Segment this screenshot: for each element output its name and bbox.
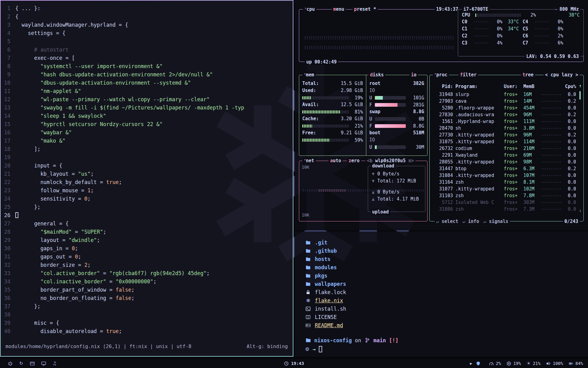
editor-line[interactable]: 2{ xyxy=(1,13,293,21)
proc-row[interactable]: 27903cavafros+14M0.2 xyxy=(433,98,576,105)
editor-line[interactable]: 10 "dbus-update-activation-environment -… xyxy=(1,79,293,87)
proc-row[interactable]: 31103zshfros+7.8M0.0 xyxy=(433,192,576,199)
wb-volume-module[interactable]: 100% xyxy=(546,361,563,366)
editor-line[interactable]: 16 "waybar &" xyxy=(1,128,293,137)
editor-line[interactable]: 15 "hyprctl setcursor Nordzy-cursors 22 … xyxy=(1,120,293,128)
editor-line[interactable]: 24 sensitivity = 0; xyxy=(1,195,293,203)
proc-filter-button[interactable]: filter xyxy=(458,72,478,78)
proc-row[interactable]: 31164zshfros+8.1M0.0 xyxy=(433,179,576,186)
editor-line[interactable]: 31 gaps_out = 0; xyxy=(1,253,293,261)
proc-box-title[interactable]: ⁴proc xyxy=(433,72,449,78)
proc-row[interactable]: 27730.kitty-wrappedfros+96M0.2 xyxy=(433,132,576,138)
editor-line[interactable]: 33 "col.active_border" = "rgb(cba6f7) rg… xyxy=(1,269,293,278)
proc-header-pid[interactable]: Pid: xyxy=(433,83,453,90)
shell-input-line[interactable]: ⚙ → xyxy=(305,345,588,353)
proc-select-action[interactable]: ↵ select xyxy=(436,218,458,224)
proc-tree-button[interactable]: tree xyxy=(521,72,535,78)
proc-row[interactable]: 28055.kitty-wrappedfros+98M0.0 xyxy=(433,159,576,165)
proc-row[interactable]: 26732codiumfros+210M0.0 xyxy=(433,145,576,152)
editor-line[interactable]: 11 "nm-applet &" xyxy=(1,87,293,95)
net-next-iface-button[interactable]: n> xyxy=(408,158,414,163)
editor-line[interactable]: 25 }; xyxy=(1,203,293,211)
tray-shield-icon[interactable] xyxy=(476,361,481,366)
wb-window-icon[interactable] xyxy=(30,361,35,366)
editor-code-area[interactable]: 1{ ... }:2{3 wayland.windowManager.hyprl… xyxy=(1,1,293,335)
proc-row[interactable]: 5280.floorp-wrappefros+454M0.0 xyxy=(433,105,576,111)
editor-line[interactable]: 12 "wl-paste --primary --watch wl-copy -… xyxy=(1,95,293,104)
proc-row[interactable]: 27830.audacious-wrafros+96M0.2 xyxy=(433,111,576,118)
editor-line[interactable]: 29 layout = "dwindle"; xyxy=(1,236,293,244)
editor-line[interactable]: 36 no_border_on_floating = false; xyxy=(1,294,293,302)
editor-line[interactable]: 9 "hash dbus-update-activation-environme… xyxy=(1,71,293,79)
proc-row[interactable]: 31075.kitty-wrappedfros+114M0.0 xyxy=(433,138,576,145)
editor-line[interactable]: 20 input = { xyxy=(1,162,293,170)
editor-line-text: sensitivity = 0; xyxy=(15,195,91,203)
proc-signals-action[interactable]: ↵ signals xyxy=(483,218,508,224)
wb-display-icon[interactable] xyxy=(41,361,46,366)
editor-line[interactable]: 35 border_part_of_window = false; xyxy=(1,286,293,294)
editor-line[interactable]: 4 settings = { xyxy=(1,29,293,37)
proc-scrollbar-thumb[interactable] xyxy=(579,91,581,100)
editor-line[interactable]: 1{ ... }: xyxy=(1,4,293,13)
editor-line[interactable]: 26 xyxy=(1,211,293,220)
wb-power-icon[interactable] xyxy=(8,361,13,366)
editor-line[interactable]: 8 "systemctl --user import-environment &… xyxy=(1,62,293,71)
net-box-title[interactable]: ³net xyxy=(302,158,316,164)
editor-line[interactable]: 34 "col.inactive_border" = "0x00000000"; xyxy=(1,278,293,286)
terminal-window[interactable]: .git.githubhostsmodulespkgswallpapersfla… xyxy=(295,232,588,357)
editor-line[interactable]: 40 disable_autoreload = true; xyxy=(1,327,293,335)
editor-line[interactable]: 19 xyxy=(1,153,293,162)
net-zero-button[interactable]: zero xyxy=(347,158,361,164)
proc-row[interactable]: 28470shfros+3.8M0.0 xyxy=(433,125,576,132)
clock-module[interactable]: 19:43 xyxy=(284,361,304,366)
editor-line[interactable]: 7 exec-once = [ xyxy=(1,54,293,62)
proc-scroll-up-arrow[interactable]: ↑ xyxy=(579,83,582,89)
editor-line[interactable]: 18 ]; xyxy=(1,145,293,153)
mem-meter-row: 81% xyxy=(302,108,363,115)
proc-header-program[interactable]: Program: xyxy=(455,83,501,90)
wb-brightness-module[interactable]: ☀21% xyxy=(526,361,541,366)
editor-line[interactable]: 17 "mako &" xyxy=(1,137,293,145)
proc-row[interactable]: 31084.kitty-wrappedfros+107M0.0 xyxy=(433,172,576,179)
proc-scroll-down-arrow[interactable]: ↓ xyxy=(579,208,582,213)
preset-button[interactable]: preset * xyxy=(352,6,378,12)
editor-line[interactable]: 32 border_size = 2; xyxy=(1,261,293,269)
cpu-box-title[interactable]: ¹cpu xyxy=(303,6,316,12)
wb-battery-module[interactable]: 84% xyxy=(569,361,583,366)
proc-header-cpu[interactable]: Cpu% xyxy=(564,83,576,90)
menu-button[interactable]: menu xyxy=(332,6,346,12)
editor-line[interactable]: 21 kb_layout = "us"; xyxy=(1,170,293,178)
editor-line[interactable]: 23 follow_mouse = 1; xyxy=(1,186,293,195)
proc-row[interactable]: 2291Xwaylandfros+69M0.0 xyxy=(433,152,576,159)
proc-header-mem[interactable]: MemB xyxy=(523,83,539,90)
proc-row[interactable]: 31948slurpfros+16M0.0 xyxy=(433,91,576,98)
editor-line[interactable]: 27 general = { xyxy=(1,220,293,228)
proc-cell: .floorp-wrappe xyxy=(455,105,501,111)
editor-line[interactable]: 22 numlock_by_default = true; xyxy=(1,178,293,186)
proc-row[interactable]: 31077.kitty-wrappedfros+102M0.0 xyxy=(433,186,576,192)
proc-row[interactable]: 31086zshfros+7.3M0.0 xyxy=(433,206,576,213)
editor-line[interactable]: 37 }; xyxy=(1,302,293,311)
editor-line[interactable]: 6 # autostart xyxy=(1,46,293,54)
proc-sort-selector[interactable]: < cpu lazy > xyxy=(544,72,580,78)
net-auto-button[interactable]: auto xyxy=(329,158,343,164)
wb-music-icon[interactable]: ♫ xyxy=(53,361,57,366)
editor-line[interactable]: 38 xyxy=(1,311,293,319)
proc-table-header[interactable]: Pid: Program: User: MemB Cpu% xyxy=(433,83,576,90)
wb-refresh-icon[interactable]: ↻ xyxy=(19,361,23,366)
editor-line[interactable]: 13 "swaybg -m fill -i $(find ~/Pictures/… xyxy=(1,104,293,112)
editor-line[interactable]: 14 "sleep 1 && swaylock" xyxy=(1,112,293,120)
proc-header-user[interactable]: User: xyxy=(504,83,521,90)
proc-info-action[interactable]: ↵ info xyxy=(462,218,479,224)
tray-expand-icon[interactable]: ▸ xyxy=(470,361,473,366)
proc-row[interactable]: 5712Isolated Web Cfros+303M0.0 xyxy=(433,199,576,206)
proc-row[interactable]: 1561.Hyprland-wrapfros+111M0.0 xyxy=(433,118,576,125)
wb-memory-module[interactable]: 19% xyxy=(507,361,521,366)
editor-line[interactable]: 5 xyxy=(1,37,293,46)
wb-gauge-module[interactable]: 2% xyxy=(489,361,501,366)
editor-line[interactable]: 30 gaps_in = 0; xyxy=(1,244,293,253)
editor-line[interactable]: 3 wayland.windowManager.hyprland = { xyxy=(1,21,293,29)
editor-line[interactable]: 39 misc = { xyxy=(1,319,293,327)
editor-line[interactable]: 28 "$mainMod" = "SUPER"; xyxy=(1,228,293,236)
proc-row[interactable]: 31447btopfros+6.3M0.2 xyxy=(433,165,576,172)
